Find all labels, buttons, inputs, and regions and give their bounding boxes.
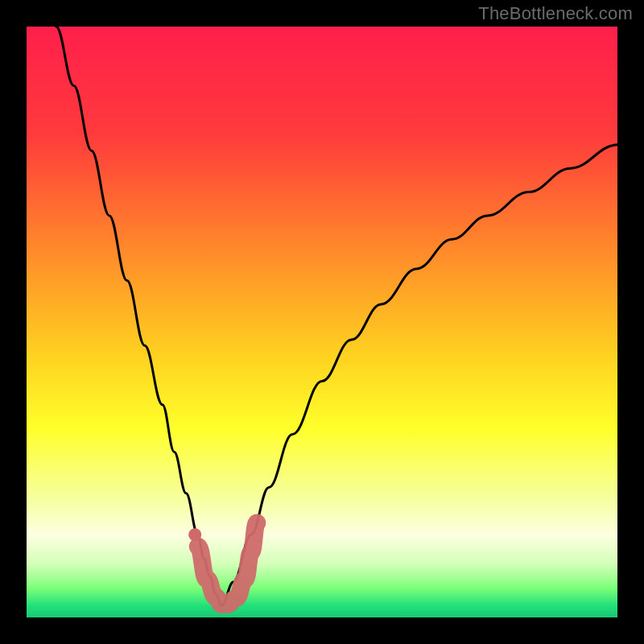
chart-frame: TheBottleneck.com [0,0,644,644]
highlight-dot [188,528,201,541]
watermark-text: TheBottleneck.com [478,3,633,24]
plot-area [27,27,617,617]
bottleneck-chart [27,27,617,617]
gradient-background [27,27,617,617]
